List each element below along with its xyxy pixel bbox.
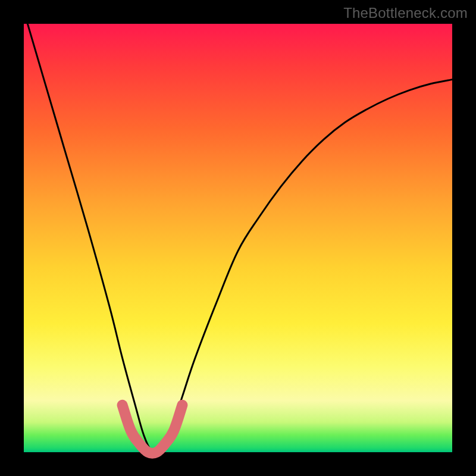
attribution-label: TheBottleneck.com [343,5,468,21]
highlight-band [123,405,183,453]
plot-area [24,24,452,452]
curve-svg [24,24,452,452]
bottleneck-curve [24,11,452,454]
chart-frame: TheBottleneck.com [0,0,476,476]
